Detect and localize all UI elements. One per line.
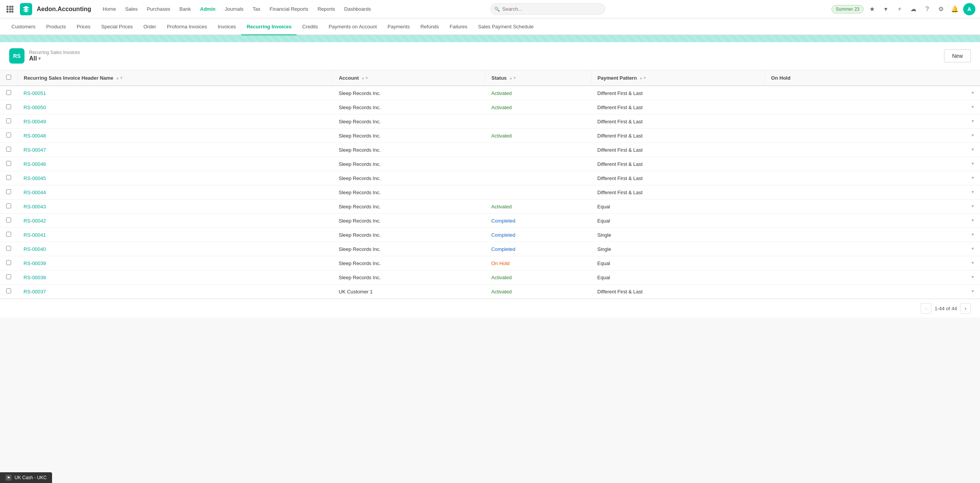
- row-dropdown-arrow[interactable]: ▾: [972, 90, 974, 95]
- row-id-link[interactable]: RS-00038: [24, 275, 46, 280]
- row-checkbox-cell[interactable]: [0, 157, 18, 171]
- question-icon[interactable]: ?: [922, 4, 933, 15]
- row-id-cell[interactable]: RS-00049: [18, 115, 333, 129]
- select-all-checkbox[interactable]: [6, 75, 11, 80]
- row-checkbox[interactable]: [6, 288, 11, 293]
- nav-bank[interactable]: Bank: [176, 4, 195, 14]
- nav-financial-reports[interactable]: Financial Reports: [266, 4, 312, 14]
- row-id-cell[interactable]: RS-00043: [18, 200, 333, 214]
- row-id-link[interactable]: RS-00043: [24, 204, 46, 210]
- row-checkbox[interactable]: [6, 133, 11, 138]
- row-checkbox[interactable]: [6, 90, 11, 95]
- row-checkbox[interactable]: [6, 104, 11, 109]
- module-nav-invoices[interactable]: Invoices: [212, 18, 242, 35]
- row-checkbox[interactable]: [6, 260, 11, 265]
- row-dropdown-arrow[interactable]: ▾: [972, 189, 974, 195]
- row-id-link[interactable]: RS-00037: [24, 289, 46, 295]
- row-id-link[interactable]: RS-00051: [24, 90, 46, 96]
- row-id-cell[interactable]: RS-00047: [18, 143, 333, 157]
- row-checkbox[interactable]: [6, 218, 11, 223]
- row-id-cell[interactable]: RS-00042: [18, 214, 333, 228]
- row-dropdown-arrow[interactable]: ▾: [972, 175, 974, 180]
- row-checkbox-cell[interactable]: [0, 256, 18, 270]
- module-nav-failures[interactable]: Failures: [444, 18, 473, 35]
- row-checkbox-cell[interactable]: [0, 129, 18, 143]
- row-dropdown-arrow[interactable]: ▾: [972, 246, 974, 251]
- row-checkbox-cell[interactable]: [0, 200, 18, 214]
- bell-icon[interactable]: 🔔: [949, 4, 960, 15]
- row-id-cell[interactable]: RS-00048: [18, 129, 333, 143]
- row-id-link[interactable]: RS-00046: [24, 161, 46, 167]
- select-all-header[interactable]: [0, 70, 18, 86]
- row-checkbox[interactable]: [6, 147, 11, 152]
- col-header-status[interactable]: Status ▲▼: [485, 70, 591, 86]
- row-checkbox-cell[interactable]: [0, 285, 18, 299]
- row-id-cell[interactable]: RS-00039: [18, 256, 333, 270]
- row-dropdown-arrow[interactable]: ▾: [972, 203, 974, 209]
- module-nav-payments-on-account[interactable]: Payments on Account: [323, 18, 382, 35]
- cloud-icon[interactable]: ☁: [908, 4, 919, 15]
- row-checkbox[interactable]: [6, 118, 11, 123]
- nav-tax[interactable]: Tax: [249, 4, 264, 14]
- row-dropdown-arrow[interactable]: ▾: [972, 133, 974, 138]
- row-checkbox-cell[interactable]: [0, 228, 18, 242]
- nav-admin[interactable]: Admin: [196, 4, 219, 14]
- row-dropdown-arrow[interactable]: ▾: [972, 161, 974, 166]
- row-dropdown-arrow[interactable]: ▾: [972, 147, 974, 152]
- row-checkbox-cell[interactable]: [0, 100, 18, 115]
- row-checkbox-cell[interactable]: [0, 270, 18, 285]
- row-id-link[interactable]: RS-00041: [24, 232, 46, 238]
- app-grid-button[interactable]: [5, 4, 15, 15]
- row-checkbox[interactable]: [6, 189, 11, 194]
- nav-purchases[interactable]: Purchases: [143, 4, 174, 14]
- row-id-link[interactable]: RS-00048: [24, 133, 46, 139]
- row-id-link[interactable]: RS-00040: [24, 246, 46, 252]
- row-dropdown-arrow[interactable]: ▾: [972, 274, 974, 280]
- row-id-cell[interactable]: RS-00041: [18, 228, 333, 242]
- row-id-link[interactable]: RS-00049: [24, 119, 46, 124]
- row-id-link[interactable]: RS-00044: [24, 190, 46, 195]
- row-checkbox-cell[interactable]: [0, 185, 18, 200]
- row-id-cell[interactable]: RS-00045: [18, 171, 333, 185]
- module-nav-sales-payment-schedule[interactable]: Sales Payment Schedule: [473, 18, 539, 35]
- row-id-link[interactable]: RS-00045: [24, 175, 46, 181]
- row-checkbox-cell[interactable]: [0, 171, 18, 185]
- row-id-cell[interactable]: RS-00051: [18, 86, 333, 100]
- col-header-on-hold[interactable]: On Hold: [765, 70, 980, 86]
- module-nav-credits[interactable]: Credits: [297, 18, 323, 35]
- row-dropdown-arrow[interactable]: ▾: [972, 218, 974, 223]
- chevron-down-icon[interactable]: ▾: [880, 4, 891, 15]
- module-nav-order[interactable]: Order: [138, 18, 162, 35]
- row-checkbox[interactable]: [6, 246, 11, 251]
- row-dropdown-arrow[interactable]: ▾: [972, 232, 974, 237]
- module-nav-customers[interactable]: Customers: [6, 18, 41, 35]
- new-button[interactable]: New: [944, 49, 971, 62]
- row-id-cell[interactable]: RS-00044: [18, 185, 333, 200]
- row-id-link[interactable]: RS-00050: [24, 105, 46, 110]
- row-checkbox-cell[interactable]: [0, 115, 18, 129]
- nav-reports[interactable]: Reports: [314, 4, 339, 14]
- row-id-cell[interactable]: RS-00037: [18, 285, 333, 299]
- row-id-cell[interactable]: RS-00040: [18, 242, 333, 256]
- row-dropdown-arrow[interactable]: ▾: [972, 118, 974, 124]
- col-header-payment-pattern[interactable]: Payment Pattern ▲▼: [591, 70, 765, 86]
- row-checkbox-cell[interactable]: [0, 86, 18, 100]
- module-nav-special-prices[interactable]: Special Prices: [96, 18, 138, 35]
- col-header-account[interactable]: Account ▲▼: [333, 70, 485, 86]
- nav-sales[interactable]: Sales: [121, 4, 142, 14]
- nav-dashboards[interactable]: Dashboards: [340, 4, 375, 14]
- module-nav-products[interactable]: Products: [41, 18, 71, 35]
- col-header-name[interactable]: Recurring Sales Invoice Header Name ▲▼: [18, 70, 333, 86]
- row-checkbox[interactable]: [6, 203, 11, 208]
- row-dropdown-arrow[interactable]: ▾: [972, 104, 974, 110]
- next-page-button[interactable]: ›: [960, 303, 971, 314]
- module-nav-payments[interactable]: Payments: [382, 18, 415, 35]
- module-nav-recurring-invoices[interactable]: Recurring Invoices: [241, 18, 297, 35]
- row-checkbox[interactable]: [6, 232, 11, 237]
- settings-icon[interactable]: ⚙: [936, 4, 946, 15]
- row-dropdown-arrow[interactable]: ▾: [972, 288, 974, 294]
- nav-journals[interactable]: Journals: [221, 4, 247, 14]
- row-checkbox[interactable]: [6, 175, 11, 180]
- row-id-cell[interactable]: RS-00046: [18, 157, 333, 171]
- row-checkbox-cell[interactable]: [0, 214, 18, 228]
